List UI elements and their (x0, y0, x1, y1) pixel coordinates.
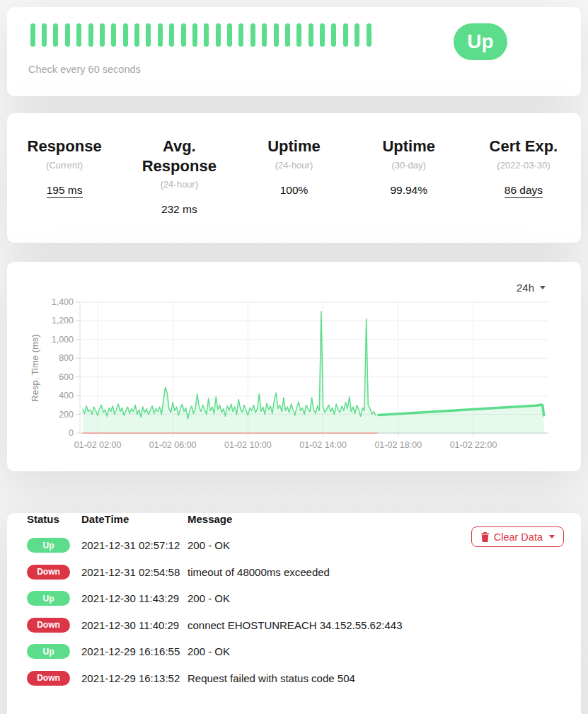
heartbeat-bar[interactable] (274, 23, 279, 47)
svg-text:800: 800 (59, 353, 74, 363)
table-row: Up 2021-12-30 11:43:29 200 - OK (27, 585, 564, 612)
stat-label: Cert Exp. (471, 137, 577, 156)
heartbeat-bar[interactable] (181, 23, 186, 47)
heartbeat-bar[interactable] (65, 23, 70, 47)
stat-value[interactable]: 195 ms (47, 184, 83, 198)
stat-value: 100% (280, 184, 309, 197)
svg-text:400: 400 (59, 391, 74, 401)
row-datetime: 2021-12-30 11:43:29 (81, 592, 188, 604)
table-row: Down 2021-12-31 02:54:58 timeout of 4800… (27, 559, 564, 586)
caret-down-icon (549, 535, 555, 539)
svg-text:Resp. Time (ms): Resp. Time (ms) (30, 334, 40, 401)
row-message: Request failed with status code 504 (188, 672, 564, 684)
stats-row: Response (Current) 195 ms Avg. Response … (7, 113, 581, 216)
col-status: Status (27, 513, 81, 525)
stat-sublabel: (Current) (11, 160, 117, 171)
clear-data-label: Clear Data (494, 531, 543, 543)
stats-card: Response (Current) 195 ms Avg. Response … (7, 113, 581, 243)
table-row: Down 2021-12-29 16:13:52 Request failed … (27, 665, 564, 692)
svg-text:200: 200 (59, 410, 74, 420)
svg-text:01-02 02:00: 01-02 02:00 (74, 440, 122, 450)
svg-text:01-02 14:00: 01-02 14:00 (299, 440, 347, 450)
row-status-badge: Up (27, 538, 70, 553)
svg-text:01-02 18:00: 01-02 18:00 (374, 440, 422, 450)
row-datetime: 2021-12-29 16:13:52 (81, 672, 188, 684)
heartbeat-bar[interactable] (309, 23, 313, 47)
heartbeat-bar[interactable] (111, 23, 116, 47)
stat-value[interactable]: 86 days (505, 184, 543, 198)
svg-text:01-02 22:00: 01-02 22:00 (450, 440, 497, 450)
row-status-badge: Down (27, 671, 70, 686)
heartbeat-bar[interactable] (354, 23, 359, 47)
row-status-badge: Up (27, 591, 70, 606)
heartbeat-bar[interactable] (250, 23, 255, 47)
heartbeat-bar[interactable] (146, 23, 151, 47)
heartbeat-bar[interactable] (367, 23, 371, 47)
heartbeat-bar[interactable] (216, 23, 221, 47)
heartbeat-bar[interactable] (42, 23, 47, 47)
heartbeat-bar[interactable] (320, 23, 325, 47)
row-status-badge: Up (27, 644, 70, 659)
heartbeat-bar[interactable] (343, 23, 348, 47)
check-interval-text: Check every 60 seconds (28, 64, 581, 75)
svg-text:0: 0 (69, 428, 74, 438)
svg-text:1,000: 1,000 (52, 335, 74, 345)
stat-label: Uptime (241, 137, 347, 156)
row-message: connect EHOSTUNREACH 34.152.55.62:443 (188, 619, 564, 631)
stat-sublabel: (24-hour) (241, 160, 347, 171)
stat-column: Uptime (30-day) 99.94% (352, 137, 466, 216)
stat-label: Avg. Response (126, 137, 232, 175)
heartbeat-bar[interactable] (296, 23, 301, 47)
heartbeat-bar[interactable] (262, 23, 267, 47)
row-datetime: 2021-12-31 02:54:58 (81, 566, 188, 578)
stat-column: Cert Exp. (2022-03-30) 86 days (466, 137, 581, 216)
row-message: timeout of 48000ms exceeded (188, 566, 564, 578)
response-chart: 02004006008001,0001,2001,40001-02 02:000… (28, 292, 573, 459)
heartbeat-bar[interactable] (331, 23, 336, 47)
stat-column: Response (Current) 195 ms (7, 137, 122, 216)
chevron-down-icon[interactable] (540, 286, 546, 289)
heartbeat-bar[interactable] (227, 23, 232, 47)
events-table-header: Status DateTime Message (27, 513, 564, 525)
current-status-card: Check every 60 seconds Up (7, 7, 581, 96)
heartbeat-bar[interactable] (123, 23, 128, 47)
col-datetime: DateTime (81, 513, 188, 525)
heartbeat-bar[interactable] (158, 23, 163, 47)
heartbeat-bar[interactable] (192, 23, 197, 47)
chart-card: 24h 02004006008001,0001,2001,40001-02 02… (7, 262, 581, 471)
stat-label: Response (11, 137, 117, 156)
heartbeat-bar[interactable] (100, 23, 105, 47)
status-badge: Up (454, 23, 507, 60)
stat-value: 232 ms (161, 203, 197, 216)
heartbeat-bar[interactable] (285, 23, 290, 47)
stat-sublabel: (24-hour) (126, 179, 232, 190)
events-card: Clear Data Status DateTime Message Up 20… (7, 513, 581, 714)
table-row: Down 2021-12-30 11:40:29 connect EHOSTUN… (27, 612, 564, 639)
heartbeat-bar[interactable] (169, 23, 174, 47)
heartbeat-bar[interactable] (53, 23, 58, 47)
svg-text:1,400: 1,400 (52, 297, 74, 307)
svg-text:01-02 10:00: 01-02 10:00 (224, 440, 272, 450)
row-message: 200 - OK (188, 645, 564, 657)
heartbeat-bar[interactable] (30, 23, 35, 47)
svg-text:1,200: 1,200 (52, 316, 74, 326)
row-datetime: 2021-12-31 02:57:12 (81, 539, 188, 551)
stat-sublabel: (2022-03-30) (471, 160, 577, 171)
stat-column: Uptime (24-hour) 100% (236, 137, 351, 216)
row-status-badge: Down (27, 565, 70, 580)
row-datetime: 2021-12-30 11:40:29 (81, 619, 188, 631)
clear-data-button[interactable]: Clear Data (471, 526, 564, 547)
heartbeat-bar[interactable] (238, 23, 243, 47)
stat-label: Uptime (356, 137, 462, 156)
stat-value: 99.94% (390, 184, 427, 197)
heartbeat-bar[interactable] (76, 23, 81, 47)
heartbeat-bar[interactable] (134, 23, 139, 47)
stat-column: Avg. Response (24-hour) 232 ms (122, 137, 236, 216)
heartbeat-bar[interactable] (204, 23, 209, 47)
row-message: 200 - OK (188, 592, 564, 604)
table-row: Up 2021-12-29 16:16:55 200 - OK (27, 638, 564, 665)
heartbeat-bar[interactable] (88, 23, 93, 47)
svg-text:600: 600 (59, 372, 74, 382)
col-message: Message (188, 513, 564, 525)
row-status-badge: Down (27, 618, 70, 633)
